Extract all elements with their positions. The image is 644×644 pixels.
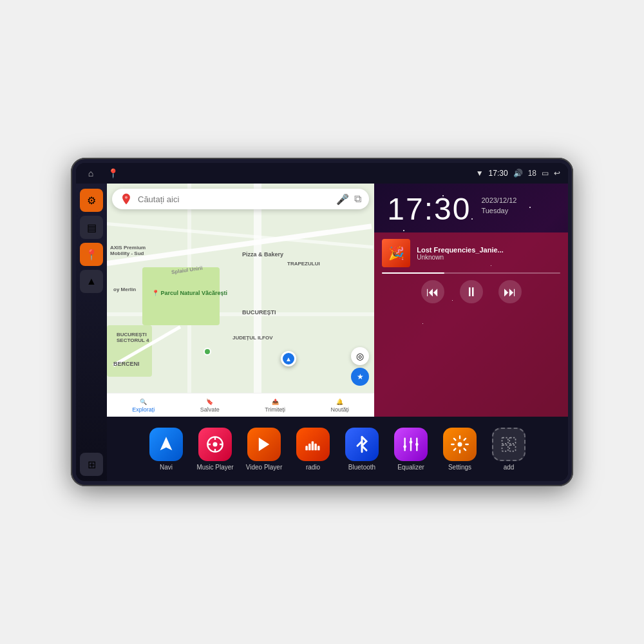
map-label-trapez: TRAPEZULUI [287,261,320,267]
battery-icon: ▭ [542,169,549,178]
road-2 [254,184,261,417]
battery-number: 18 [528,169,536,178]
equalizer-icon [394,428,428,461]
add-label: add [504,464,515,471]
send-icon: 📤 [272,399,279,405]
music-info: 🎉 Lost Frequencies_Janie... Unknown [382,239,560,267]
map-saved-btn[interactable]: 🔖 Salvate [200,399,220,413]
app-settings[interactable]: Settings [439,428,480,471]
map-label-parc: 📍 Parcul Natural Văcărești [152,290,227,296]
map-search-right: 🎤 ⧉ [336,193,361,205]
map-search-input[interactable] [138,194,336,204]
send-label: Trimiteți [265,406,285,413]
video-player-icon [247,428,281,461]
map-background: AXIS PremiumMobility - Sud 📍 Parcul Natu… [107,184,374,417]
navi-sidebar-btn[interactable]: ▲ [80,270,103,293]
svg-rect-6 [314,443,317,450]
clock-date-area: 2023/12/12 Tuesday [481,194,516,214]
maps-sidebar-btn[interactable]: 📍 [80,243,103,266]
map-label-sector: BUCUREȘTISECTORUL 4 [117,332,149,343]
device-screen: ⌂ 📍 ▼ 17:30 🔊 18 ▭ ↩ ⚙ ▤ 📍 ▲ ⊞ [76,163,568,481]
svg-point-10 [403,445,406,448]
pause-button[interactable]: ⏸ [460,280,483,303]
app-grid: Navi Music Player Video Player [107,417,568,481]
app-equalizer[interactable]: Equalizer [390,428,431,471]
music-artist: Unknown [417,254,560,261]
map-label-merlin: oy Merlin [113,287,136,292]
music-section: 🎉 Lost Frequencies_Janie... Unknown [374,232,568,417]
volume-icon: 🔊 [513,169,523,178]
map-label-berceni: BERCENI [113,361,140,367]
status-bar: ⌂ 📍 ▼ 17:30 🔊 18 ▭ ↩ [76,163,568,184]
next-button[interactable]: ⏭ [498,280,522,303]
map-layers-icon[interactable]: ⧉ [354,193,361,205]
bluetooth-icon [345,428,379,461]
clock-section: 17:30 2023/12/12 Tuesday [374,184,568,232]
location-status-icon[interactable]: 📍 [106,166,120,180]
grid-btn[interactable]: ⊞ [80,453,103,476]
locate-button[interactable]: ◎ [351,347,369,365]
car-head-unit: ⌂ 📍 ▼ 17:30 🔊 18 ▭ ↩ ⚙ ▤ 📍 ▲ ⊞ [71,158,573,486]
explore-label: Explorați [132,406,155,413]
center-area: AXIS PremiumMobility - Sud 📍 Parcul Natu… [107,184,568,481]
map-search-bar[interactable]: 🎤 ⧉ [112,189,369,209]
status-time: 17:30 [489,169,508,178]
map-label-pizza: Pizza & Bakery [242,251,283,258]
app-radio[interactable]: radio [292,428,334,471]
svg-rect-18 [502,437,508,443]
star-button[interactable]: ★ [351,368,369,386]
back-icon[interactable]: ↩ [554,169,560,178]
app-navi[interactable]: Navi [146,428,187,471]
microphone-icon[interactable]: 🎤 [336,193,349,205]
equalizer-label: Equalizer [397,464,424,471]
files-sidebar-btn[interactable]: ▤ [80,216,103,239]
park-area [142,267,220,325]
settings-sidebar-btn[interactable]: ⚙ [80,189,103,212]
map-widget[interactable]: AXIS PremiumMobility - Sud 📍 Parcul Natu… [107,184,374,417]
app-video-player[interactable]: Video Player [243,428,285,471]
map-label-ilfov: JUDEȚUL ILFOV [232,335,273,341]
bluetooth-label: Bluetooth [348,464,375,471]
clock-day: Tuesday [481,207,516,214]
svg-point-1 [213,442,218,446]
map-location-dot [204,348,211,355]
radio-icon [296,428,330,461]
music-progress-bar[interactable] [382,272,560,274]
app-music-player[interactable]: Music Player [194,428,236,471]
right-panel: 17:30 2023/12/12 Tuesday 🎉 [374,184,568,417]
svg-point-13 [410,440,413,444]
google-maps-icon [120,193,133,205]
saved-icon: 🔖 [206,399,213,405]
music-crowd-icon: 🎉 [388,245,404,261]
explore-icon: 🔍 [140,399,147,405]
map-send-btn[interactable]: 📤 Trimiteți [265,399,285,413]
app-bluetooth[interactable]: Bluetooth [341,428,383,471]
status-right: ▼ 17:30 🔊 18 ▭ ↩ [476,169,560,178]
svg-point-17 [458,442,462,446]
svg-rect-21 [509,445,515,451]
settings-label: Settings [448,464,471,471]
svg-rect-20 [502,445,508,451]
video-player-label: Video Player [246,464,283,471]
home-icon[interactable]: ⌂ [84,166,98,180]
left-sidebar: ⚙ ▤ 📍 ▲ ⊞ [76,184,107,481]
music-player-label: Music Player [196,464,233,471]
prev-button[interactable]: ⏮ [421,280,444,303]
svg-rect-4 [308,443,311,450]
status-left: ⌂ 📍 [84,166,120,180]
map-news-btn[interactable]: 🔔 Noutăți [330,399,349,413]
svg-rect-19 [509,437,515,443]
app-add[interactable]: add [488,428,529,471]
music-progress-fill [382,272,444,274]
svg-point-16 [415,442,419,446]
svg-rect-3 [305,446,308,450]
map-label-buc: BUCUREȘTI [242,309,276,316]
navi-icon [149,428,183,461]
clock-date: 2023/12/12 [481,196,516,204]
map-explore-btn[interactable]: 🔍 Explorați [132,399,155,413]
svg-rect-7 [317,446,320,450]
map-label-axis: AXIS PremiumMobility - Sud [110,245,146,256]
navigation-dot[interactable]: ▲ [281,351,296,366]
music-thumbnail: 🎉 [382,239,410,267]
news-icon: 🔔 [336,399,343,405]
